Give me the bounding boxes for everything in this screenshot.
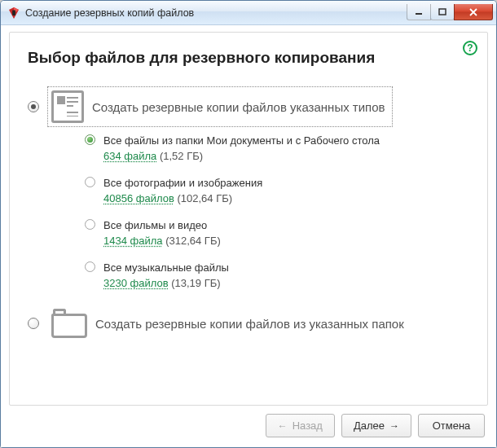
sub-option-photos[interactable]: Все фотографии и изображения 40856 файло… <box>85 176 469 205</box>
back-button[interactable]: ← Назад <box>266 414 335 437</box>
cancel-button[interactable]: Отмена <box>418 414 485 437</box>
page-title: Выбор файлов для резервного копирования <box>28 49 469 67</box>
cancel-label: Отмена <box>433 419 471 432</box>
option-by-folder[interactable]: Создать резервные копии файлов из указан… <box>28 305 469 342</box>
sub-option-music[interactable]: Все музыкальные файлы 3230 файлов (13,19… <box>85 261 469 290</box>
app-icon <box>7 7 20 20</box>
wizard-footer: ← Назад Далее → Отмена <box>9 406 488 439</box>
arrow-left-icon: ← <box>278 420 288 432</box>
file-size: (13,19 ГБ) <box>171 277 220 289</box>
file-size: (102,64 ГБ) <box>177 192 232 204</box>
radio-video[interactable] <box>85 219 95 230</box>
type-sub-options: Все файлы из папки Мои документы и с Раб… <box>85 134 469 290</box>
sub-option-label: Все музыкальные файлы <box>103 261 229 275</box>
window-title: Создание резервных копий файлов <box>25 7 407 19</box>
next-button[interactable]: Далее → <box>341 414 411 437</box>
file-count-link[interactable]: 40856 файлов <box>103 192 174 204</box>
file-count-link[interactable]: 3230 файлов <box>103 277 169 289</box>
sub-option-label: Все фильмы и видео <box>103 218 221 233</box>
content-panel: ? Выбор файлов для резервного копировани… <box>9 32 488 406</box>
option-by-folder-label: Создать резервные копии файлов из указан… <box>95 317 404 331</box>
radio-documents[interactable] <box>85 134 95 145</box>
option-by-type-label: Создать резервные копии файлов указанных… <box>92 100 385 114</box>
back-label: Назад <box>292 419 323 432</box>
sub-option-label: Все файлы из папки Мои документы и с Раб… <box>103 134 380 148</box>
window-frame: Создание резервных копий файлов ? Выбор … <box>0 0 497 448</box>
svg-rect-1 <box>416 13 422 15</box>
folder-icon <box>51 309 87 338</box>
titlebar[interactable]: Создание резервных копий файлов <box>1 1 496 25</box>
help-icon[interactable]: ? <box>463 41 477 55</box>
radio-by-folder[interactable] <box>28 318 39 329</box>
close-button[interactable] <box>454 4 493 20</box>
file-count-link[interactable]: 1434 файла <box>103 235 163 247</box>
client-area: ? Выбор файлов для резервного копировани… <box>1 25 496 447</box>
next-label: Далее <box>354 419 385 432</box>
minimize-button[interactable] <box>407 4 431 20</box>
file-size: (312,64 ГБ) <box>165 235 221 247</box>
file-size: (1,52 ГБ) <box>160 150 203 162</box>
option-by-folder-box: Создать резервные копии файлов из указан… <box>47 305 411 342</box>
svg-rect-2 <box>439 9 446 15</box>
sub-option-video[interactable]: Все фильмы и видео 1434 файла (312,64 ГБ… <box>85 218 469 248</box>
radio-photos[interactable] <box>85 177 95 187</box>
window-controls <box>407 4 493 20</box>
file-types-icon <box>51 90 84 123</box>
radio-music[interactable] <box>85 261 95 272</box>
option-by-type[interactable]: Создать резервные копии файлов указанных… <box>28 86 469 127</box>
file-count-link[interactable]: 634 файла <box>103 150 156 162</box>
arrow-right-icon: → <box>389 420 399 432</box>
radio-by-type[interactable] <box>28 101 39 112</box>
sub-option-documents[interactable]: Все файлы из папки Мои документы и с Раб… <box>85 134 469 163</box>
sub-option-label: Все фотографии и изображения <box>103 176 262 191</box>
option-by-type-box: Создать резервные копии файлов указанных… <box>47 86 393 127</box>
maximize-button[interactable] <box>430 4 455 20</box>
